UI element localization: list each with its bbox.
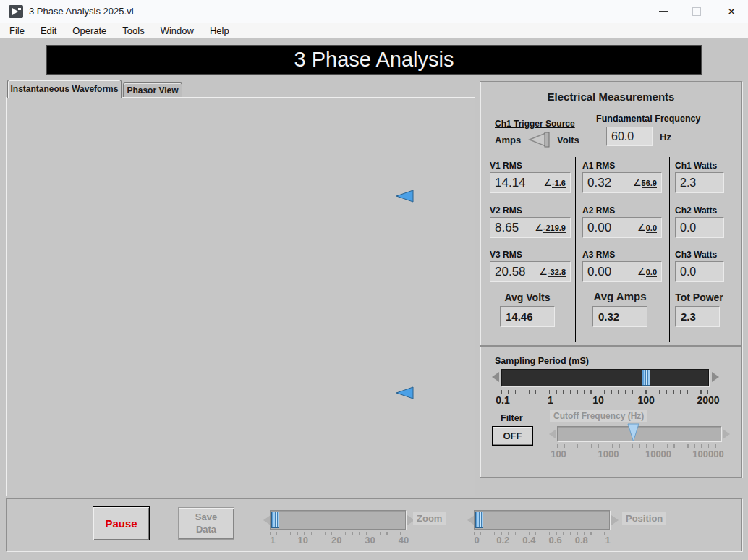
sampling-period-label: Sampling Period (mS)	[495, 356, 589, 366]
position-slider[interactable]	[474, 510, 610, 530]
zoom-slider[interactable]	[270, 510, 406, 530]
position-increment-icon[interactable]	[611, 515, 619, 525]
tab-instantaneous-waveforms[interactable]: Instantaneous Waveforms	[7, 80, 122, 98]
measurements-title: Electrical Measurements	[480, 90, 741, 103]
avg-volts-label: Avg Volts	[490, 292, 565, 303]
fundamental-frequency-label: Fundamental Frequency	[596, 114, 700, 124]
v1-rms-display: 14.14 ∠-1.6	[490, 172, 571, 193]
sampling-scale: 0.11101002000	[480, 394, 741, 406]
menu-item-edit[interactable]: Edit	[33, 25, 64, 36]
menu-item-operate[interactable]: Operate	[64, 25, 114, 36]
maximize-icon	[692, 7, 701, 16]
avg-volts-display: 14.46	[500, 306, 555, 327]
menu-item-help[interactable]: Help	[202, 25, 237, 36]
menu-item-tools[interactable]: Tools	[114, 25, 152, 36]
app-icon	[9, 5, 23, 18]
cutoff-frequency-label: Cutoff Frequency (Hz)	[550, 410, 647, 422]
minimize-button[interactable]	[647, 0, 680, 22]
a3-rms-label: A3 RMS	[582, 250, 615, 260]
ch1-watts-label: Ch1 Watts	[675, 161, 717, 171]
v2-rms-label: V2 RMS	[490, 205, 522, 216]
cutoff-slider-handle[interactable]	[627, 423, 639, 443]
sampling-slider[interactable]	[501, 369, 709, 386]
close-button[interactable]: ✕	[715, 0, 748, 22]
ch3-watts-label: Ch3 Watts	[675, 250, 717, 260]
menu-bar: File Edit Operate Tools Window Help	[0, 23, 748, 38]
menu-item-window[interactable]: Window	[153, 25, 202, 36]
v3-rms-label: V3 RMS	[490, 250, 522, 260]
tot-power-label: Tot Power	[665, 292, 734, 303]
maximize-button[interactable]	[680, 0, 713, 22]
window-title: 3 Phase Analysis 2025.vi	[29, 6, 134, 17]
sampling-panel: Sampling Period (mS) 0.11101002000 Filte…	[480, 346, 742, 478]
ch2-watts-display: 0.0	[675, 217, 724, 238]
hz-unit-label: Hz	[660, 132, 671, 143]
minimize-icon	[659, 11, 668, 12]
cutoff-scale: 100100010000100000	[480, 449, 741, 460]
cutoff-tick-marks	[557, 444, 721, 448]
tab-phasor-view[interactable]: Phasor View	[123, 82, 182, 98]
a2-rms-label: A2 RMS	[582, 205, 615, 216]
volts-trigger-cursor-icon[interactable]	[395, 190, 414, 203]
v1-rms-label: V1 RMS	[490, 161, 522, 171]
electrical-measurements-panel: Electrical Measurements Ch1 Trigger Sour…	[480, 81, 742, 346]
sampling-tick-marks	[501, 390, 709, 394]
trigger-source-label: Ch1 Trigger Source	[495, 119, 575, 129]
trigger-source-right-label: Volts	[557, 135, 579, 145]
amps-trigger-cursor-icon[interactable]	[395, 386, 414, 399]
a1-rms-display: 0.32 ∠56.9	[582, 172, 662, 193]
tab-panel	[6, 97, 475, 496]
trigger-source-switch[interactable]	[527, 132, 554, 148]
v2-rms-display: 8.65 ∠-219.9	[490, 217, 571, 238]
ch1-watts-display: 2.3	[675, 172, 724, 193]
menu-item-file[interactable]: File	[1, 25, 33, 36]
a3-rms-display: 0.00 ∠0.0	[582, 261, 662, 282]
position-caption: Position	[622, 512, 666, 525]
zoom-slider-handle[interactable]	[271, 512, 279, 528]
avg-amps-label: Avg Amps	[582, 290, 658, 302]
sampling-slider-handle[interactable]	[642, 370, 650, 386]
cutoff-increment-icon[interactable]	[723, 429, 730, 439]
ch3-watts-display: 0.0	[675, 261, 724, 282]
ch2-watts-label: Ch2 Watts	[675, 205, 717, 216]
footer-panel: Pause Save Data 110203040 Zoom 00.20.40.…	[6, 498, 742, 551]
filter-label: Filter	[501, 413, 523, 423]
trigger-source-left-label: Amps	[495, 135, 521, 145]
filter-button[interactable]: OFF	[492, 426, 533, 446]
zoom-caption: Zoom	[413, 512, 446, 525]
avg-amps-display: 0.32	[592, 306, 647, 327]
close-icon: ✕	[727, 6, 736, 17]
title-bar: 3 Phase Analysis 2025.vi ✕	[0, 0, 748, 24]
column-divider	[669, 157, 670, 342]
fundamental-frequency-value[interactable]: 60.0	[607, 130, 634, 143]
app-window: 3 Phase Analysis 2025.vi ✕ File Edit Ope…	[0, 0, 748, 560]
v3-rms-display: 20.58 ∠-32.8	[490, 261, 571, 282]
a2-rms-display: 0.00 ∠0.0	[582, 217, 662, 238]
tot-power-display: 2.3	[675, 306, 720, 327]
sampling-increment-icon[interactable]	[712, 372, 719, 382]
page-title: 3 Phase Analysis	[46, 45, 702, 75]
position-scale: 00.20.40.60.81	[7, 535, 741, 546]
a1-rms-label: A1 RMS	[582, 161, 615, 171]
sampling-decrement-icon[interactable]	[492, 372, 499, 382]
position-slider-handle[interactable]	[475, 512, 483, 528]
column-divider	[575, 157, 576, 342]
cutoff-decrement-icon[interactable]	[549, 429, 556, 439]
fundamental-frequency-input[interactable]: 60.0	[606, 127, 653, 146]
